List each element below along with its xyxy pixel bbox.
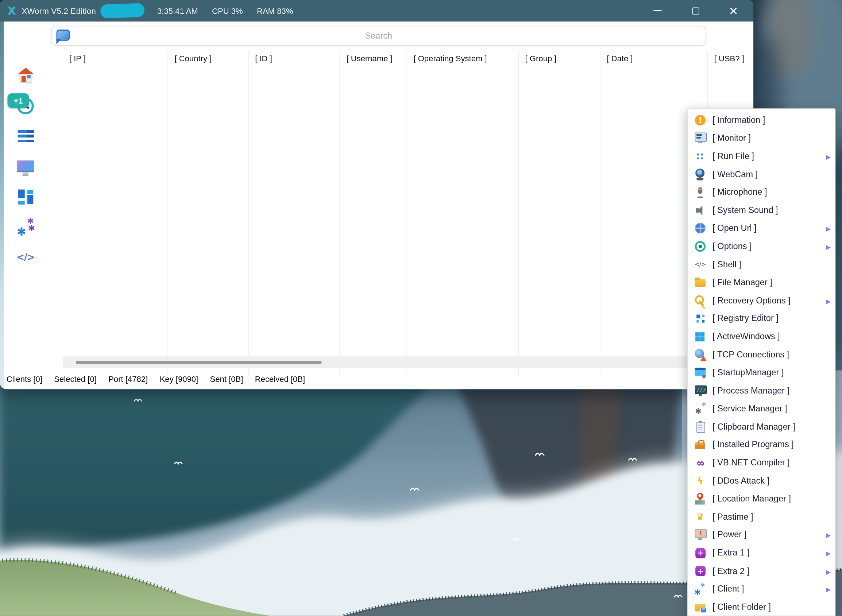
sidebar-item-home[interactable] — [0, 66, 51, 85]
menu-item-clipboard-manager[interactable]: [ Clipboard Manager ] — [688, 418, 835, 436]
menu-item-startupmanager[interactable]: [ StartupManager ] — [688, 364, 835, 381]
column-header[interactable]: [ ID ] — [249, 51, 340, 376]
submenu-arrow-icon — [826, 548, 831, 558]
menu-item-label: [ Service Manager ] — [713, 404, 787, 413]
menu-item-recovery-options[interactable]: [ Recovery Options ] — [688, 291, 835, 309]
status-item: Port [4782] — [109, 374, 148, 383]
monitor-icon — [694, 132, 706, 144]
minimize-icon — [653, 10, 662, 11]
pastime-crown-icon — [694, 511, 706, 523]
menu-item-extra-1[interactable]: [ Extra 1 ] — [688, 544, 835, 562]
menu-item-installed-programs[interactable]: [ Installed Programs ] — [688, 436, 835, 454]
menu-item-label: [ Information ] — [713, 115, 765, 125]
screen: X XWorm V5.2 Edition 3:35:41 AM CPU 3% R… — [0, 0, 842, 616]
menu-item-service-manager[interactable]: [ Service Manager ] — [688, 400, 835, 418]
menu-item-client-folder[interactable]: [ Client Folder ] — [688, 598, 835, 616]
menu-item-power[interactable]: [ Power ] — [688, 526, 835, 544]
menu-item-system-sound[interactable]: [ System Sound ] — [688, 201, 835, 219]
menu-item-label: [ Clipboard Manager ] — [713, 422, 795, 431]
menu-item-pastime[interactable]: [ Pastime ] — [688, 508, 835, 526]
menu-item-label: [ Installed Programs ] — [713, 440, 794, 449]
home-icon — [18, 68, 34, 82]
column-header[interactable]: [ Username ] — [340, 51, 407, 376]
menu-item-label: [ Monitor ] — [713, 133, 751, 143]
menu-item-client[interactable]: [ Client ] — [688, 580, 835, 598]
menu-item-label: [ Extra 1 ] — [713, 548, 750, 558]
menu-item-registry-editor[interactable]: [ Registry Editor ] — [688, 309, 835, 327]
sidebar-item-code[interactable] — [0, 248, 51, 267]
menu-item-tcp-connections[interactable]: [ TCP Connections ] — [688, 346, 835, 364]
sidebar-item-logs-list[interactable] — [0, 126, 51, 145]
menu-item-process-manager[interactable]: [ Process Manager ] — [688, 381, 835, 399]
active-windows-icon — [694, 331, 706, 342]
menu-item-information[interactable]: [ Information ] — [688, 111, 835, 129]
column-header[interactable]: [ Group ] — [519, 51, 600, 376]
menu-item-vb-net-compiler[interactable]: [ VB.NET Compiler ] — [688, 454, 835, 472]
menu-item-label: [ VB.NET Compiler ] — [713, 458, 790, 468]
column-header[interactable]: [ Country ] — [168, 51, 249, 376]
menu-item-location-manager[interactable]: [ Location Manager ] — [688, 490, 835, 508]
recovery-key-icon — [694, 295, 706, 307]
title-bar[interactable]: X XWorm V5.2 Edition 3:35:41 AM CPU 3% R… — [0, 0, 753, 22]
close-button[interactable] — [727, 0, 741, 22]
horizontal-scrollbar[interactable] — [63, 356, 690, 368]
menu-item-extra-2[interactable]: [ Extra 2 ] — [688, 562, 835, 580]
sidebar-item-plugins-gears[interactable] — [0, 217, 51, 237]
system-sound-icon — [694, 204, 706, 216]
menu-item-label: [ Microphone ] — [713, 188, 767, 197]
menu-item-label: [ Location Manager ] — [713, 494, 791, 504]
power-monitor-icon — [694, 529, 706, 541]
minimize-button[interactable] — [650, 0, 665, 22]
submenu-arrow-icon — [826, 566, 831, 575]
maximize-button[interactable] — [688, 0, 702, 22]
menu-item-label: [ ActiveWindows ] — [713, 332, 780, 341]
submenu-arrow-icon — [826, 224, 831, 233]
menu-item-webcam[interactable]: [ WebCam ] — [688, 165, 835, 183]
app-title: XWorm V5.2 Edition — [22, 6, 96, 15]
sidebar-item-monitor[interactable] — [0, 157, 51, 176]
location-manager-icon — [694, 493, 706, 505]
scrollbar-thumb[interactable] — [76, 361, 322, 364]
menu-item-label: [ Process Manager ] — [713, 386, 789, 395]
submenu-arrow-icon — [826, 151, 831, 161]
column-header[interactable]: [ IP ] — [51, 51, 168, 376]
menu-item-label: [ TCP Connections ] — [713, 350, 789, 359]
menu-item-label: [ Client Folder ] — [713, 602, 771, 612]
menu-item-open-url[interactable]: [ Open Url ] — [688, 219, 835, 237]
startup-manager-icon — [694, 367, 706, 378]
menu-item-microphone[interactable]: [ Microphone ] — [688, 183, 835, 201]
menu-item-monitor[interactable]: [ Monitor ] — [688, 129, 835, 147]
run-file-icon — [694, 150, 706, 162]
menu-item-activewindows[interactable]: [ ActiveWindows ] — [688, 327, 835, 345]
context-menu: [ Information ][ Monitor ][ Run File ][ … — [687, 108, 835, 616]
menu-item-label: [ Registry Editor ] — [713, 314, 779, 323]
new-clients-badge: +1 — [8, 93, 29, 108]
process-manager-icon — [694, 385, 706, 396]
ram-usage: RAM 83% — [257, 6, 293, 15]
menu-item-label: [ WebCam ] — [713, 170, 758, 179]
menu-item-label: [ StartupManager ] — [713, 368, 783, 377]
ddos-attack-icon — [694, 475, 706, 487]
menu-item-label: [ Options ] — [713, 241, 751, 251]
monitor-icon — [17, 160, 35, 172]
service-manager-icon — [694, 403, 706, 414]
menu-item-label: [ Power ] — [713, 530, 747, 540]
client-gears-icon — [694, 583, 706, 595]
apps-tiles-icon — [18, 190, 33, 205]
menu-item-file-manager[interactable]: [ File Manager ] — [688, 274, 835, 291]
clock-text: 3:35:41 AM — [157, 6, 198, 15]
maximize-icon — [692, 7, 699, 14]
clipboard-manager-icon — [694, 421, 706, 433]
column-header[interactable]: [ Operating System ] — [407, 51, 519, 376]
sidebar-item-apps-tiles[interactable] — [0, 188, 51, 207]
menu-item-label: [ Pastime ] — [713, 512, 753, 522]
menu-item-label: [ Open Url ] — [713, 224, 756, 233]
status-item: Key [9090] — [160, 374, 198, 383]
menu-item-options[interactable]: [ Options ] — [688, 238, 835, 255]
submenu-arrow-icon — [826, 530, 831, 540]
menu-item-shell[interactable]: [ Shell ] — [688, 255, 835, 273]
menu-item-run-file[interactable]: [ Run File ] — [688, 147, 835, 165]
menu-item-ddos-attack[interactable]: [ DDos Attack ] — [688, 472, 835, 490]
status-item: Sent [0B] — [210, 374, 244, 383]
search-input[interactable] — [51, 26, 706, 45]
